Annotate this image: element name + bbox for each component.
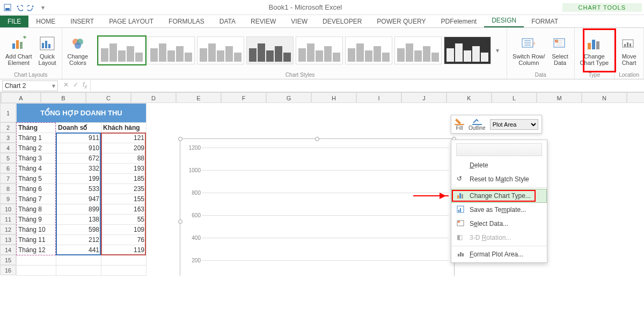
- plot-area-combo[interactable]: Plot Area: [490, 119, 538, 130]
- row-header[interactable]: 4: [0, 143, 16, 153]
- chart-style-4[interactable]: [246, 36, 294, 64]
- change-colors-button[interactable]: Change Colors: [67, 34, 90, 67]
- chart-style-8[interactable]: [444, 36, 491, 64]
- column-header[interactable]: D: [131, 92, 176, 103]
- table-cell[interactable]: Tháng 1: [17, 133, 56, 143]
- table-cell[interactable]: 193: [101, 164, 147, 174]
- column-header[interactable]: N: [582, 92, 627, 103]
- row-header[interactable]: 1: [0, 103, 16, 122]
- select-data-button[interactable]: Select Data: [551, 34, 570, 67]
- table-cell[interactable]: Tháng 4: [17, 164, 56, 174]
- row-header[interactable]: 3: [0, 133, 16, 143]
- row-header[interactable]: 10: [0, 204, 16, 214]
- formula-input[interactable]: [90, 80, 644, 91]
- tab-review[interactable]: REVIEW: [243, 16, 283, 27]
- chart-style-2[interactable]: [148, 36, 195, 64]
- table-cell[interactable]: 121: [101, 133, 147, 143]
- change-chart-type-button[interactable]: Change Chart Type: [579, 34, 610, 67]
- row-header[interactable]: 14: [0, 245, 16, 255]
- table-cell[interactable]: 947: [56, 194, 101, 204]
- table-cell[interactable]: Tháng 2: [17, 143, 56, 153]
- tab-file[interactable]: FILE: [0, 16, 28, 27]
- column-header[interactable]: L: [492, 92, 537, 103]
- ctx-format-plot-area[interactable]: Format Plot Area...: [451, 247, 547, 261]
- name-box[interactable]: Chart 2▾: [2, 80, 58, 91]
- row-header[interactable]: 9: [0, 194, 16, 204]
- chart-style-gallery[interactable]: ▾: [98, 36, 502, 64]
- tab-insert[interactable]: INSERT: [63, 16, 101, 27]
- fx-icon[interactable]: fx: [83, 81, 87, 90]
- table-cell[interactable]: Tháng 9: [17, 215, 56, 225]
- table-cell[interactable]: 76: [101, 235, 147, 245]
- row-header[interactable]: 11: [0, 214, 16, 224]
- save-icon[interactable]: [2, 2, 13, 13]
- ctx-style-preview[interactable]: [456, 143, 542, 156]
- row-header[interactable]: 5: [0, 153, 16, 163]
- add-chart-element-button[interactable]: Add Chart Element: [4, 34, 33, 67]
- table-cell[interactable]: 199: [56, 174, 101, 184]
- row-header[interactable]: 12: [0, 224, 16, 234]
- table-cell[interactable]: 119: [101, 245, 147, 255]
- table-cell[interactable]: 598: [56, 225, 101, 235]
- ctx-save-template[interactable]: Save as Template...: [451, 203, 547, 217]
- outline-button[interactable]: Outline: [469, 117, 486, 131]
- chart-style-5[interactable]: [296, 36, 343, 64]
- table-cell[interactable]: 185: [101, 174, 147, 184]
- redo-icon[interactable]: [26, 2, 36, 13]
- switch-row-column-button[interactable]: Switch Row/ Column: [511, 34, 546, 67]
- tab-formulas[interactable]: FORMULAS: [161, 16, 212, 27]
- ctx-delete[interactable]: Delete: [451, 158, 547, 172]
- tab-view[interactable]: VIEW: [283, 16, 315, 27]
- table-cell[interactable]: Tháng 5: [17, 174, 56, 184]
- chevron-down-icon[interactable]: ▾: [52, 82, 55, 90]
- table-cell[interactable]: 332: [56, 164, 101, 174]
- column-header[interactable]: H: [311, 92, 356, 103]
- qat-dropdown-icon[interactable]: ▾: [38, 2, 48, 13]
- table-cell[interactable]: 88: [101, 153, 147, 164]
- table-cell[interactable]: 235: [101, 184, 147, 194]
- column-header[interactable]: M: [537, 92, 582, 103]
- table-cell[interactable]: Tháng 8: [17, 204, 56, 215]
- row-header[interactable]: 16: [0, 265, 16, 275]
- table-cell[interactable]: 672: [56, 153, 101, 164]
- table-cell[interactable]: Tháng 10: [17, 225, 56, 235]
- table-cell[interactable]: 212: [56, 235, 101, 245]
- embedded-chart[interactable]: 020040060080010001200 Tháng1Tháng2Tháng3…: [180, 138, 455, 276]
- row-header[interactable]: 6: [0, 163, 16, 173]
- chart-style-1[interactable]: [98, 36, 145, 64]
- tab-data[interactable]: DATA: [212, 16, 243, 27]
- table-cell[interactable]: Tháng 3: [17, 153, 56, 164]
- table-cell[interactable]: Tháng 6: [17, 184, 56, 194]
- quick-layout-button[interactable]: Quick Layout: [38, 34, 57, 67]
- ctx-reset[interactable]: ↺Reset to Match Style: [451, 172, 547, 186]
- chart-style-more-icon[interactable]: ▾: [493, 47, 502, 54]
- table-cell[interactable]: Tháng 7: [17, 194, 56, 204]
- column-header[interactable]: B: [41, 92, 86, 103]
- column-header[interactable]: C: [86, 92, 131, 103]
- table-cell[interactable]: Tháng 11: [17, 235, 56, 245]
- row-header[interactable]: 8: [0, 183, 16, 194]
- column-header[interactable]: K: [447, 92, 492, 103]
- table-cell[interactable]: 911: [56, 133, 101, 143]
- column-header[interactable]: E: [176, 92, 221, 103]
- ctx-select-data[interactable]: Select Data...: [451, 217, 547, 231]
- plot-area[interactable]: 020040060080010001200: [202, 148, 449, 276]
- row-header[interactable]: 2: [0, 122, 16, 133]
- table-cell[interactable]: 910: [56, 143, 101, 153]
- tab-design[interactable]: DESIGN: [484, 14, 524, 27]
- table-cell[interactable]: 155: [101, 194, 147, 204]
- column-header[interactable]: F: [221, 92, 266, 103]
- enter-icon[interactable]: ✓: [73, 81, 78, 90]
- row-header[interactable]: 15: [0, 255, 16, 265]
- ctx-change-chart-type[interactable]: Change Chart Type...: [451, 189, 547, 203]
- table-cell[interactable]: 441: [56, 245, 101, 255]
- cancel-icon[interactable]: ✕: [63, 81, 69, 90]
- column-header[interactable]: A: [1, 92, 41, 103]
- tab-pdfelement[interactable]: PDFelement: [433, 16, 484, 27]
- undo-icon[interactable]: [14, 2, 25, 13]
- table-cell[interactable]: Tháng 12: [17, 245, 56, 255]
- tab-page-layout[interactable]: PAGE LAYOUT: [101, 16, 161, 27]
- chart-style-7[interactable]: [394, 36, 442, 64]
- table-cell[interactable]: 138: [56, 215, 101, 225]
- column-header[interactable]: O: [627, 92, 644, 103]
